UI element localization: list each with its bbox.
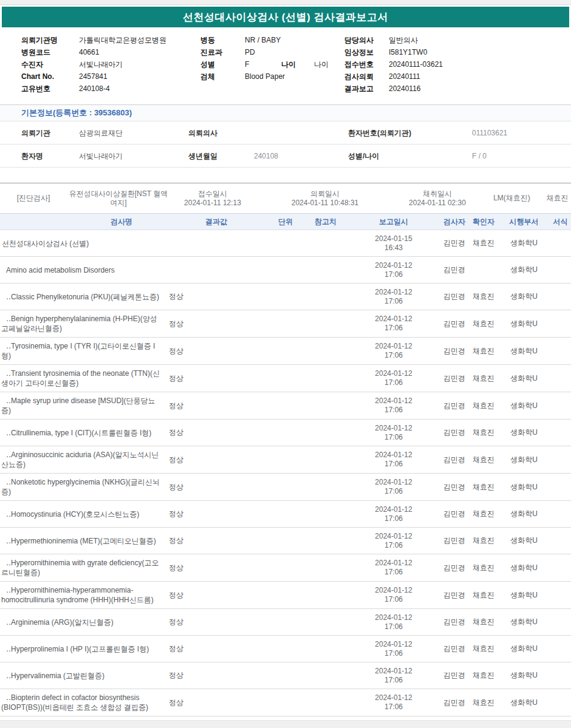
field-value: NR / BABY xyxy=(245,36,281,44)
result-value-cell: 정상 xyxy=(165,590,267,600)
tester-cell: 김민경 xyxy=(440,698,469,708)
report-date: 2024-01-12 xyxy=(347,342,440,351)
test-name-cell: ‥Nonketotic hyperglycinemia (NKHG)(글리신뇌증… xyxy=(0,474,165,500)
basic-info-row-1: 의뢰기관 삼광의료재단 의뢰의사 환자번호(의뢰기관) 011103621 xyxy=(0,121,571,145)
field-value: 240108-4 xyxy=(79,84,110,93)
patient-header-row: 고유번호240108-4 xyxy=(21,83,166,95)
field-label: 의뢰기관명 xyxy=(21,35,79,46)
results-table-header: 검사명 결과값 단위 참고치 보고일시 검사자 확인자 시행부서 서식 xyxy=(0,213,571,230)
department-cell: 생화학U xyxy=(498,698,550,708)
department-cell: 생화학U xyxy=(498,401,550,411)
result-value-cell: 정상 xyxy=(165,536,267,546)
tester-cell: 김민경 xyxy=(440,644,469,654)
field-label: 병동 xyxy=(200,35,245,46)
report-title-bar: 선천성대사이상검사 (선별) 검사결과보고서 xyxy=(2,7,569,27)
test-name-cell: ‥Tyrosinemia, type I (TYR I)(고타이로신혈증 I형) xyxy=(0,338,165,364)
report-time: 17:06 xyxy=(347,568,440,577)
report-date: 2024-01-12 xyxy=(347,424,440,433)
field-label: 임상정보 xyxy=(344,47,389,58)
request-label: 의뢰일시 xyxy=(255,189,395,199)
field-value: 40661 xyxy=(79,48,99,56)
field-label: 환자번호(의뢰기관) xyxy=(348,128,411,138)
field-value: F xyxy=(245,60,281,69)
col-unit: 단위 xyxy=(267,217,304,227)
report-date: 2024-01-12 xyxy=(347,586,440,595)
result-row: ‥Biopterin defect in cofactor biosynthes… xyxy=(0,689,571,716)
field-label: 진료과 xyxy=(200,47,245,58)
patient-header-row: Chart No.2457841 xyxy=(21,70,166,83)
patient-header-row: 결과보고20240116 xyxy=(344,83,443,95)
field-value: I581Y1TW0 xyxy=(389,48,427,56)
field-value: 011103621 xyxy=(472,129,507,137)
result-row: ‥Benign hyperphenylalaninemia (H-PHE)(양성… xyxy=(0,310,571,338)
field-label: 나이 xyxy=(281,60,314,70)
field-label: 의뢰기관 xyxy=(21,128,50,138)
report-date: 2024-01-15 xyxy=(347,234,440,243)
field-label: 환자명 xyxy=(21,151,43,161)
result-value-cell: 정상 xyxy=(165,563,267,573)
field-label: 생년월일 xyxy=(188,151,217,161)
tester-cell: 김민경 xyxy=(440,291,469,302)
report-date: 2024-01-12 xyxy=(347,288,440,297)
confirmer-cell: 채효진 xyxy=(469,455,498,465)
collection-datetime: 채취일시 2024-01-11 02:30 xyxy=(395,189,480,208)
patient-header-row: 병원코드40661 xyxy=(21,46,166,58)
tester-cell: 김민경 xyxy=(440,617,469,627)
result-row: ‥Maple syrup urine disease [MSUD](단풍당뇨증)… xyxy=(0,392,571,420)
field-label: 성별 xyxy=(200,60,245,70)
tester-cell: 김민경 xyxy=(440,373,469,384)
field-value: Blood Paper xyxy=(245,72,285,81)
confirmer-cell: 채효진 xyxy=(469,670,498,681)
tester-cell: 김민경 xyxy=(440,509,469,519)
confirmer-cell: 채효진 xyxy=(469,563,498,573)
patient-header-row: 검체Blood Paper xyxy=(200,70,329,83)
report-time: 17:06 xyxy=(347,297,440,306)
confirmer-cell: 채효진 xyxy=(469,427,498,438)
basic-info-title: 기본정보(등록번호 : 39536803) xyxy=(21,107,132,118)
results-table-body: 선천성대사이상검사 (선별)2024-01-1516:43김민경채효진생화학UA… xyxy=(0,230,571,716)
department-cell: 생화학U xyxy=(498,644,550,654)
report-time: 17:06 xyxy=(347,433,440,442)
report-datetime-cell: 2024-01-1217:06 xyxy=(347,586,440,604)
department-cell: 생화학U xyxy=(498,265,550,275)
patient-header-row: 담당의사일반의사 xyxy=(344,34,443,46)
department-cell: 생화학U xyxy=(498,509,550,519)
department-cell: 생화학U xyxy=(498,590,550,600)
tester-cell: 김민경 xyxy=(440,482,469,492)
confirmer-cell: 채효진 xyxy=(469,590,498,600)
collection-value: 2024-01-11 02:30 xyxy=(395,199,480,208)
field-value: 일반의사 xyxy=(389,35,418,46)
report-time: 17:06 xyxy=(347,270,440,279)
report-datetime-cell: 2024-01-1217:06 xyxy=(347,478,440,496)
department-cell: 생화학U xyxy=(498,563,550,573)
report-date: 2024-01-12 xyxy=(347,613,440,622)
receipt-label: 접수일시 xyxy=(170,189,255,199)
field-label: 검사의뢰 xyxy=(344,72,389,82)
result-value-cell: 정상 xyxy=(165,455,267,465)
col-department: 시행부서 xyxy=(498,217,550,227)
result-row: ‥Hypervalinemia (고발린혈증)정상2024-01-1217:06… xyxy=(0,662,571,689)
confirmer-cell: 채효진 xyxy=(469,536,498,546)
report-datetime-cell: 2024-01-1217:06 xyxy=(347,315,440,333)
basic-info-row-2: 환자명 서빛나래아기 생년월일 240108 성별/나이 F / 0 xyxy=(0,145,571,168)
report-datetime-cell: 2024-01-1217:06 xyxy=(347,693,440,712)
result-row: ‥Hypermethioninemia (MET)(고메티오닌혈증)정상2024… xyxy=(0,528,571,554)
report-time: 17:06 xyxy=(347,460,440,469)
report-time: 17:06 xyxy=(347,324,440,333)
collection-label: 채취일시 xyxy=(395,189,480,199)
confirmer-cell: 채효진 xyxy=(469,319,498,329)
field-label: 결과보고 xyxy=(344,84,389,94)
result-value-cell: 정상 xyxy=(165,427,267,438)
confirmer-cell: 채효진 xyxy=(469,617,498,627)
lab-report-page: 선천성대사이상검사 (선별) 검사결과보고서 의뢰기관명가톨릭대학교은평성모병원… xyxy=(0,0,571,728)
report-datetime-cell: 2024-01-1217:06 xyxy=(347,288,440,306)
field-value: 240108 xyxy=(254,152,278,160)
report-time: 17:06 xyxy=(347,406,440,415)
receipt-value: 2024-01-11 12:13 xyxy=(170,199,255,208)
field-label: 수진자 xyxy=(21,60,79,70)
result-row: 선천성대사이상검사 (선별)2024-01-1516:43김민경채효진생화학U xyxy=(0,230,571,257)
report-datetime-cell: 2024-01-1217:06 xyxy=(347,613,440,631)
confirmer-cell: 채효진 xyxy=(469,509,498,519)
report-datetime-cell: 2024-01-1217:06 xyxy=(347,559,440,577)
result-row: ‥Hyperprolinemia I (HP I)(고프롤린혈증 I형)정상20… xyxy=(0,636,571,662)
